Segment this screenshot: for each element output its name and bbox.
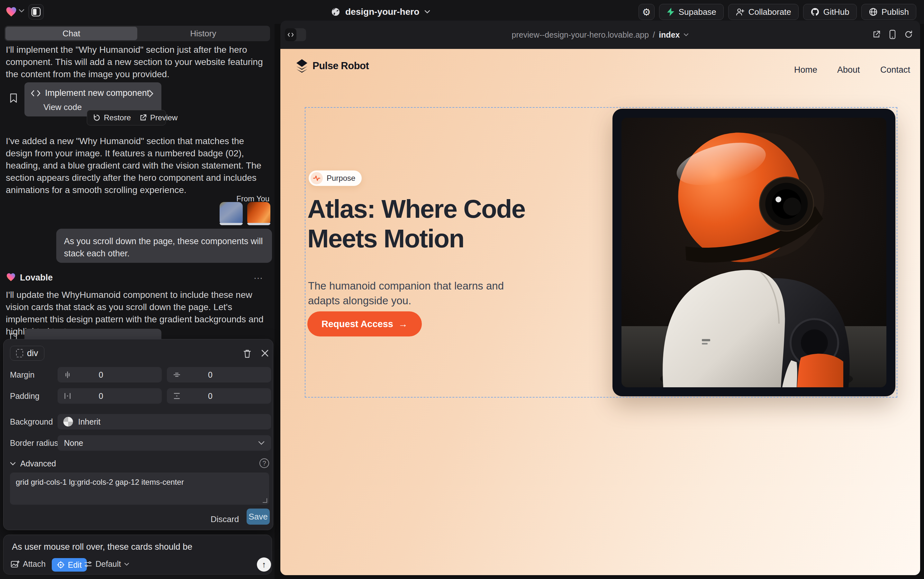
padding-y-input[interactable] bbox=[188, 388, 271, 404]
transparency-swatch-icon bbox=[63, 417, 73, 427]
padding-y-field bbox=[167, 388, 271, 404]
external-link-icon bbox=[139, 114, 147, 122]
selection-box-icon bbox=[16, 349, 23, 357]
lovable-logo-icon[interactable] bbox=[5, 6, 17, 18]
collaborate-button[interactable]: Collaborate bbox=[728, 4, 798, 20]
settings-button[interactable]: ⚙ bbox=[638, 4, 655, 20]
selected-element-pill[interactable]: div bbox=[10, 346, 44, 361]
pulse-icon bbox=[310, 172, 323, 184]
chevron-down-icon bbox=[424, 10, 430, 14]
toggle-sidebar-button[interactable] bbox=[28, 4, 44, 20]
padding-x-icon bbox=[63, 392, 72, 400]
preview-header: preview--design-your-hero.lovable.app / … bbox=[280, 21, 920, 49]
padding-y-icon bbox=[173, 392, 181, 400]
globe-icon bbox=[331, 7, 340, 16]
preview-button[interactable]: Preview bbox=[139, 113, 178, 122]
preview-window: preview--design-your-hero.lovable.app / … bbox=[280, 21, 920, 575]
chevron-down-icon bbox=[684, 33, 689, 36]
bookmark-icon[interactable] bbox=[10, 93, 17, 103]
arrow-right-icon: → bbox=[398, 319, 408, 329]
supabase-button[interactable]: Supabase bbox=[659, 4, 724, 20]
chevron-right-icon[interactable] bbox=[149, 90, 153, 98]
margin-x-icon bbox=[63, 371, 72, 379]
model-selector[interactable]: Default bbox=[84, 559, 129, 569]
padding-label: Padding bbox=[10, 391, 39, 401]
border-radius-select[interactable]: None bbox=[57, 435, 271, 451]
margin-x-input[interactable] bbox=[78, 367, 162, 383]
margin-y-icon bbox=[173, 371, 181, 379]
delete-element-button[interactable] bbox=[243, 349, 252, 359]
border-radius-label: Border radius bbox=[10, 438, 58, 448]
background-value: Inherit bbox=[78, 417, 100, 427]
github-button[interactable]: GitHub bbox=[803, 4, 857, 20]
user-plus-icon bbox=[736, 8, 744, 16]
assistant-name: Lovable bbox=[20, 273, 53, 283]
advanced-section-toggle[interactable]: Advanced bbox=[10, 459, 56, 468]
preview-url-bar[interactable]: preview--design-your-hero.lovable.app / … bbox=[280, 21, 920, 49]
project-switcher[interactable]: design-your-hero bbox=[331, 0, 430, 24]
globe-icon bbox=[869, 7, 878, 16]
nav-about[interactable]: About bbox=[837, 65, 860, 75]
request-access-button[interactable]: Request Access → bbox=[307, 311, 422, 337]
discard-button[interactable]: Discard bbox=[206, 511, 244, 528]
margin-label: Margin bbox=[10, 370, 34, 379]
hero-heading: Atlas: Where Code Meets Motion bbox=[307, 194, 562, 254]
open-external-icon[interactable] bbox=[872, 30, 881, 39]
hero-subheading: The humanoid companion that learns and a… bbox=[308, 278, 533, 308]
assistant-message: I've added a new "Why Humanoid" section … bbox=[6, 135, 267, 196]
topbar: design-your-hero ⚙ Supabase Collaborate … bbox=[0, 0, 924, 24]
padding-x-input[interactable] bbox=[78, 388, 162, 404]
attach-button[interactable]: Attach bbox=[11, 559, 46, 569]
topbar-actions: ⚙ Supabase Collaborate GitHub Publish bbox=[638, 4, 916, 20]
composer-input[interactable]: As user mouse roll over, these cards sho… bbox=[12, 542, 263, 552]
nav-home[interactable]: Home bbox=[794, 65, 817, 75]
hero-image-card bbox=[612, 109, 895, 396]
target-icon bbox=[57, 561, 65, 569]
selected-element-tag: div bbox=[27, 348, 38, 358]
close-panel-button[interactable] bbox=[261, 349, 269, 357]
mobile-view-icon[interactable] bbox=[889, 29, 896, 39]
chat-composer[interactable]: As user mouse roll over, these cards sho… bbox=[3, 535, 272, 574]
purpose-badge: Purpose bbox=[309, 170, 362, 186]
margin-y-input[interactable] bbox=[188, 367, 271, 383]
image-plus-icon bbox=[11, 560, 20, 568]
edit-mode-button[interactable]: Edit bbox=[52, 558, 87, 572]
restore-icon bbox=[93, 114, 101, 122]
element-inspector-panel: div Margin Padding Background In bbox=[3, 339, 273, 530]
preview-domain: preview--design-your-hero.lovable.app bbox=[512, 30, 649, 39]
project-name: design-your-hero bbox=[345, 7, 419, 17]
tab-chat[interactable]: Chat bbox=[5, 27, 137, 40]
restore-button[interactable]: Restore bbox=[93, 113, 131, 122]
supabase-icon bbox=[666, 7, 675, 16]
send-button[interactable]: ↑ bbox=[257, 558, 271, 572]
publish-button[interactable]: Publish bbox=[861, 4, 916, 20]
help-icon[interactable]: ? bbox=[260, 458, 269, 468]
chevron-down-icon[interactable] bbox=[19, 9, 24, 13]
chevron-down-icon bbox=[124, 563, 129, 566]
nav-contact[interactable]: Contact bbox=[880, 65, 910, 75]
github-icon bbox=[810, 7, 820, 16]
view-code-link[interactable]: View code bbox=[43, 102, 82, 112]
resize-handle[interactable] bbox=[263, 498, 267, 503]
code-icon bbox=[31, 90, 41, 97]
preview-page: index bbox=[659, 30, 680, 39]
advanced-classes-textarea[interactable]: grid grid-cols-1 lg:grid-cols-2 gap-12 i… bbox=[10, 473, 269, 505]
background-field[interactable]: Inherit bbox=[57, 414, 271, 429]
margin-y-field bbox=[167, 367, 271, 383]
orange-attachment-thumbnail[interactable] bbox=[247, 202, 270, 225]
tab-history[interactable]: History bbox=[137, 27, 269, 40]
blue-attachment-thumbnail[interactable] bbox=[220, 202, 243, 225]
gear-icon: ⚙ bbox=[642, 7, 651, 18]
layers-icon bbox=[296, 59, 308, 74]
site-logo[interactable]: Pulse Robot bbox=[296, 59, 369, 74]
chevron-down-icon bbox=[258, 441, 264, 445]
save-button[interactable]: Save bbox=[247, 509, 270, 525]
assistant-message: I'll implement the "Why Humanoid" sectio… bbox=[6, 44, 266, 80]
margin-x-field bbox=[57, 367, 162, 383]
refresh-icon[interactable] bbox=[904, 30, 913, 39]
padding-x-field bbox=[57, 388, 162, 404]
chevron-down-icon bbox=[10, 462, 16, 465]
site-canvas: Pulse Robot Home About Contact Purpose A… bbox=[280, 49, 920, 575]
border-radius-value: None bbox=[64, 438, 83, 448]
more-options-icon[interactable]: … bbox=[253, 270, 264, 281]
